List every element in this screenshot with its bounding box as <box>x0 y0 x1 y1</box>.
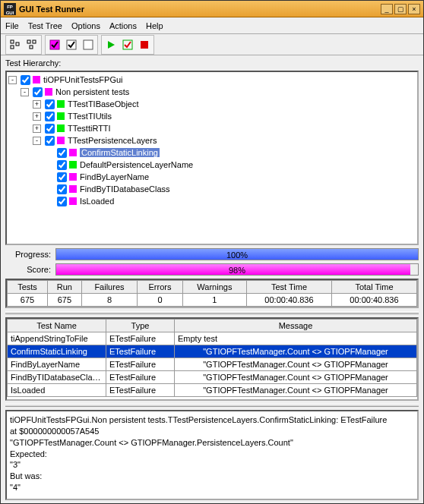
tree-row[interactable]: DefaultPersistenceLayerName <box>8 159 416 171</box>
col-failures: Failures <box>81 281 138 294</box>
collapse-all-button[interactable] <box>24 37 40 52</box>
maximize-button[interactable]: ▢ <box>394 4 407 14</box>
tree-checkbox[interactable] <box>57 172 67 182</box>
tree-checkbox[interactable] <box>21 75 30 85</box>
tree-checkbox[interactable] <box>45 99 55 109</box>
svg-rect-10 <box>141 41 148 49</box>
tree-checkbox[interactable] <box>57 160 67 170</box>
svg-rect-0 <box>11 40 14 43</box>
stats-table: Tests Run Failures Errors Warnings Test … <box>5 279 419 308</box>
col-test-name[interactable]: Test Name <box>8 320 106 332</box>
collapse-icon[interactable]: - <box>33 137 41 145</box>
check-all-button[interactable] <box>47 37 62 52</box>
score-row: Score: 98% <box>5 263 419 276</box>
failures-table[interactable]: Test Name Type Message tiAppendStringToF… <box>5 317 419 401</box>
tree-row[interactable]: ConfirmStaticLinking <box>8 146 416 159</box>
progress-label: Progress: <box>5 250 51 259</box>
menu-actions[interactable]: Actions <box>109 21 137 30</box>
col-testtime: Test Time <box>246 281 331 294</box>
expand-icon[interactable]: + <box>33 124 41 133</box>
stop-button[interactable] <box>137 37 152 52</box>
table-row[interactable]: FindByLayerNameETestFailure"GTIOPFTestMa… <box>8 358 417 371</box>
score-label: Score: <box>5 265 51 274</box>
content-area: Test Hierarchy: -tiOPFUnitTestsFPGui -No… <box>1 55 423 503</box>
collapse-icon[interactable]: - <box>8 76 17 84</box>
expand-icon[interactable]: + <box>33 112 41 121</box>
svg-rect-3 <box>27 40 30 43</box>
tree-row[interactable]: FindByLayerName <box>8 171 416 183</box>
status-icon <box>69 173 77 181</box>
minimize-button[interactable]: _ <box>381 4 393 14</box>
status-icon <box>69 197 77 205</box>
progress-bar: 100% <box>55 248 419 260</box>
toolbar <box>1 34 423 55</box>
run-button[interactable] <box>103 37 119 52</box>
tree-row[interactable]: FindByTIDatabaseClass <box>8 183 416 195</box>
svg-rect-8 <box>84 40 93 49</box>
table-row[interactable]: FindByTIDatabaseCla…ETestFailure"GTIOPFT… <box>8 371 417 384</box>
hierarchy-label: Test Hierarchy: <box>5 58 419 68</box>
col-message[interactable]: Message <box>175 320 417 332</box>
menubar: File Test Tree Options Actions Help <box>1 17 423 34</box>
svg-rect-1 <box>11 46 14 49</box>
splitter[interactable] <box>5 404 419 407</box>
col-warnings: Warnings <box>182 281 246 294</box>
expand-all-button[interactable] <box>8 37 23 52</box>
tree-checkbox[interactable] <box>45 112 55 121</box>
table-row[interactable]: IsLoadedETestFailure"GTIOPFTestManager.C… <box>8 384 417 397</box>
status-icon <box>69 185 77 193</box>
tree-checkbox[interactable] <box>57 197 67 206</box>
tree-row[interactable]: IsLoaded <box>8 195 416 207</box>
tree-checkbox[interactable] <box>45 136 55 146</box>
status-icon <box>33 76 40 83</box>
table-row[interactable]: ConfirmStaticLinkingETestFailure"GTIOPFT… <box>8 345 417 358</box>
menu-options[interactable]: Options <box>71 21 100 30</box>
test-tree[interactable]: -tiOPFUnitTestsFPGui -Non persistent tes… <box>5 71 419 245</box>
score-bar: 98% <box>55 263 419 276</box>
tree-row[interactable]: +TTestTIBaseObject <box>8 98 416 110</box>
svg-rect-4 <box>33 40 36 43</box>
menu-help[interactable]: Help <box>146 21 163 30</box>
col-type[interactable]: Type <box>106 320 175 332</box>
titlebar[interactable]: FPGUI GUI Test Runner _ ▢ × <box>1 1 423 17</box>
tree-row[interactable]: +TTesttiRTTI <box>8 122 416 134</box>
status-icon <box>57 137 65 144</box>
status-icon <box>69 161 77 169</box>
window-title: GUI Test Runner <box>19 5 379 14</box>
tree-checkbox[interactable] <box>57 148 67 158</box>
col-run: Run <box>48 281 82 294</box>
splitter[interactable] <box>5 311 419 314</box>
status-icon <box>57 124 65 132</box>
col-errors: Errors <box>138 281 183 294</box>
svg-rect-2 <box>16 43 19 46</box>
col-totaltime: Total Time <box>331 281 416 294</box>
tree-row[interactable]: -tiOPFUnitTestsFPGui <box>8 74 416 86</box>
table-row[interactable]: tiAppendStringToFileETestFailureEmpty te… <box>8 332 417 345</box>
svg-rect-5 <box>30 46 33 49</box>
status-icon <box>57 100 65 108</box>
tree-checkbox[interactable] <box>45 124 55 134</box>
app-window: FPGUI GUI Test Runner _ ▢ × File Test Tr… <box>0 0 424 504</box>
tree-row[interactable]: -TTestPersistenceLayers <box>8 134 416 146</box>
menu-file[interactable]: File <box>5 21 19 30</box>
progress-row: Progress: 100% <box>5 248 419 260</box>
app-icon: FPGUI <box>4 3 16 15</box>
check-button[interactable] <box>64 37 79 52</box>
tree-row[interactable]: -Non persistent tests <box>8 86 416 98</box>
collapse-icon[interactable]: - <box>21 88 29 96</box>
menu-test-tree[interactable]: Test Tree <box>28 21 62 30</box>
status-icon <box>45 88 52 96</box>
status-icon <box>69 149 77 156</box>
details-pane[interactable]: tiOPFUnitTestsFPGui.Non persistent tests… <box>5 410 419 500</box>
run-selected-button[interactable] <box>120 37 135 52</box>
status-icon <box>57 112 65 120</box>
col-tests: Tests <box>8 281 48 294</box>
close-button[interactable]: × <box>408 4 420 14</box>
expand-icon[interactable]: + <box>33 100 41 109</box>
tree-checkbox[interactable] <box>57 184 67 194</box>
tree-row[interactable]: +TTestTIUtils <box>8 110 416 122</box>
uncheck-button[interactable] <box>81 37 96 52</box>
tree-checkbox[interactable] <box>33 87 43 97</box>
